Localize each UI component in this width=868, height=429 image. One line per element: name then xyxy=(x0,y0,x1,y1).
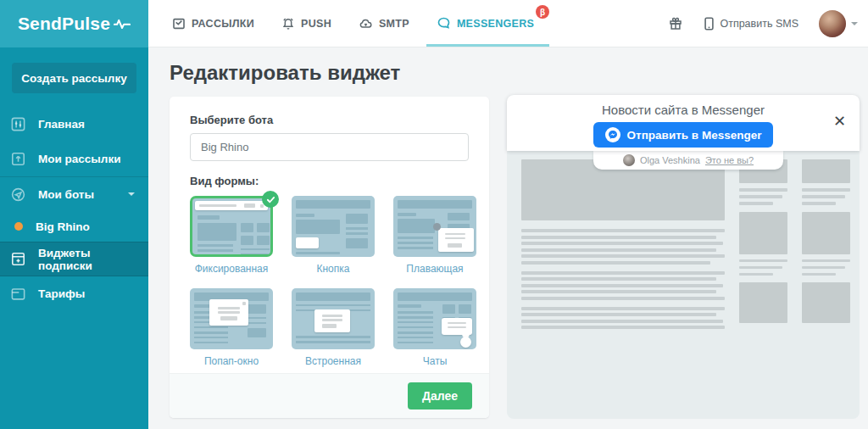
mockup-side-column xyxy=(739,159,787,419)
form-type-grid: Фиксированная Кнопка xyxy=(190,196,469,367)
messenger-user-bar: Olga Veshkina Это не вы? xyxy=(593,151,783,170)
mockup-paragraph xyxy=(521,271,725,300)
thumbnail-preview-art xyxy=(393,196,476,257)
form-type-floating: Плавающая xyxy=(393,196,476,275)
next-button[interactable]: Далее xyxy=(408,382,472,410)
mail-icon xyxy=(172,17,186,31)
send-plane-icon xyxy=(10,187,26,203)
form-type-button-label[interactable]: Кнопка xyxy=(292,263,375,275)
mockup-thumb xyxy=(802,282,850,323)
bot-select-label: Выберите бота xyxy=(190,114,469,126)
form-type-inline: Встроенная xyxy=(292,288,375,367)
nav-tab-mailings[interactable]: РАССЫЛКИ xyxy=(172,0,254,47)
mockup-main-column xyxy=(521,159,725,419)
widget-icon xyxy=(10,251,26,267)
send-to-messenger-button[interactable]: Отправить в Messenger xyxy=(593,122,774,148)
thumbnail-preview-art xyxy=(190,196,273,257)
site-mockup xyxy=(521,151,850,419)
mockup-paragraph xyxy=(521,229,725,265)
sidebar-item-my-campaigns[interactable]: Мои рассылки xyxy=(0,142,148,176)
form-type-button: Кнопка xyxy=(292,196,375,275)
nav-tab-messengers[interactable]: MESSENGERS β xyxy=(437,0,534,47)
not-you-link[interactable]: Это не вы? xyxy=(705,155,754,165)
chat-bubble-icon xyxy=(437,16,451,31)
bot-select-value: Big Rhino xyxy=(201,141,248,153)
form-type-fixed-thumbnail[interactable] xyxy=(190,196,273,257)
sidebar-item-home[interactable]: Главная xyxy=(0,107,148,142)
form-type-floating-label[interactable]: Плавающая xyxy=(393,263,476,275)
form-type-label: Вид формы: xyxy=(190,175,469,187)
thumbnail-preview-art xyxy=(292,196,375,257)
sidebar-item-subscription-widgets[interactable]: Виджеты подписки xyxy=(0,242,148,276)
thumbnail-preview-art xyxy=(393,288,476,349)
navbar-right-controls: Отправить SMS xyxy=(668,10,868,37)
thumbnail-preview-art xyxy=(292,288,375,349)
widget-preview-panel: Новости сайта в Messenger Отправить в Me… xyxy=(507,95,860,419)
upload-box-icon xyxy=(10,151,26,167)
mockup-caption xyxy=(739,259,787,276)
messenger-icon xyxy=(605,127,620,142)
widget-settings-card: Выберите бота Big Rhino Вид формы: xyxy=(170,97,489,418)
form-type-inline-label[interactable]: Встроенная xyxy=(292,355,375,367)
form-type-chats-thumbnail[interactable] xyxy=(393,288,476,349)
brand-logo[interactable]: SendPulse xyxy=(0,0,148,47)
mockup-caption xyxy=(802,259,850,276)
page-title: Редактировать виджет xyxy=(170,61,400,85)
form-type-fixed: Фиксированная xyxy=(190,196,273,275)
close-icon[interactable]: ✕ xyxy=(833,114,846,129)
phone-icon xyxy=(704,17,715,31)
form-type-fixed-label[interactable]: Фиксированная xyxy=(190,263,273,275)
user-menu[interactable] xyxy=(819,10,858,37)
beta-badge: β xyxy=(536,5,549,19)
form-type-floating-thumbnail[interactable] xyxy=(393,196,476,257)
card-icon xyxy=(10,286,26,302)
sidebar: Создать рассылку Главная Мои рассылки Мо… xyxy=(0,47,148,429)
form-type-chats: Чаты xyxy=(393,288,476,367)
create-campaign-button[interactable]: Создать рассылку xyxy=(12,63,136,93)
sidebar-item-my-bots[interactable]: Мои боты xyxy=(0,176,148,211)
pulse-icon xyxy=(114,17,131,31)
thumbnail-preview-art xyxy=(190,288,273,349)
widget-settings-body: Выберите бота Big Rhino Вид формы: xyxy=(170,97,489,373)
user-name: Olga Veshkina xyxy=(640,155,700,165)
top-navbar: РАССЫЛКИ PUSH SMTP MESSENGERS β Отправит… xyxy=(148,0,868,47)
sliders-icon xyxy=(10,116,26,132)
sidebar-item-pricing[interactable]: Тарифы xyxy=(0,276,148,311)
status-dot-icon xyxy=(14,222,23,231)
avatar xyxy=(819,10,846,37)
user-avatar xyxy=(623,154,635,166)
bell-icon xyxy=(281,17,295,31)
nav-tab-push[interactable]: PUSH xyxy=(281,0,331,47)
mockup-thumb xyxy=(739,212,787,254)
mockup-paragraph xyxy=(521,307,725,330)
form-type-button-thumbnail[interactable] xyxy=(292,196,375,257)
widget-title: Новости сайта в Messenger xyxy=(602,103,765,117)
form-type-popup: Попап-окно xyxy=(190,288,273,367)
mockup-caption xyxy=(802,188,850,205)
check-icon xyxy=(262,191,279,208)
cloud-icon xyxy=(359,17,373,31)
sidebar-item-big-rhino[interactable]: Big Rhino xyxy=(0,211,148,242)
bot-select[interactable]: Big Rhino xyxy=(190,133,469,161)
mockup-thumb xyxy=(739,282,787,323)
form-type-chats-label[interactable]: Чаты xyxy=(393,355,476,367)
widget-preview-bar: Новости сайта в Messenger Отправить в Me… xyxy=(507,95,860,151)
mockup-side-column xyxy=(802,159,850,419)
form-type-popup-label[interactable]: Попап-окно xyxy=(190,355,273,367)
chevron-down-icon xyxy=(128,192,135,196)
gift-icon[interactable] xyxy=(668,16,683,31)
chevron-down-icon xyxy=(851,22,858,25)
form-type-popup-thumbnail[interactable] xyxy=(190,288,273,349)
nav-tab-smtp[interactable]: SMTP xyxy=(359,0,409,47)
mockup-thumb xyxy=(802,159,850,183)
brand-name: SendPulse xyxy=(18,14,110,34)
mockup-thumb xyxy=(802,212,850,254)
send-sms-button[interactable]: Отправить SMS xyxy=(704,17,798,31)
card-footer: Далее xyxy=(170,373,489,418)
form-type-inline-thumbnail[interactable] xyxy=(292,288,375,349)
mockup-caption xyxy=(739,188,787,205)
